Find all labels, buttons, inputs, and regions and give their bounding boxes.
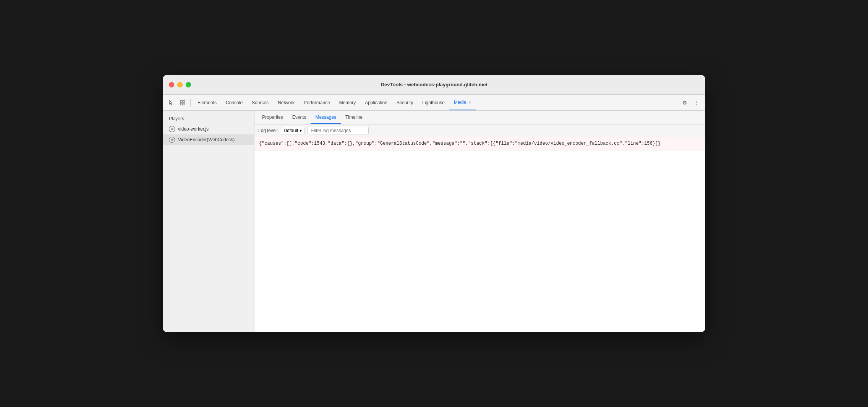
svg-rect-2 bbox=[180, 103, 182, 105]
svg-rect-3 bbox=[183, 103, 185, 105]
tab-application[interactable]: Application bbox=[360, 95, 392, 110]
sidebar: Players video-worker.js VideoEncoder(Web… bbox=[163, 111, 254, 332]
tab-messages[interactable]: Messages bbox=[311, 111, 341, 124]
more-icon[interactable]: ⋮ bbox=[691, 97, 702, 108]
content-area: Properties Events Messages Timeline Log … bbox=[254, 111, 705, 332]
close-tab-icon[interactable]: × bbox=[469, 100, 471, 105]
tab-media[interactable]: Media × bbox=[449, 95, 476, 110]
main-toolbar: Elements Console Sources Network Perform… bbox=[163, 95, 705, 111]
toolbar-tabs: Elements Console Sources Network Perform… bbox=[193, 95, 679, 110]
tab-memory[interactable]: Memory bbox=[335, 95, 360, 110]
log-level-select[interactable]: Default ▾ bbox=[281, 127, 304, 134]
log-entry: {"causes":[],"code":1543,"data":{},"grou… bbox=[254, 137, 705, 150]
chevron-down-icon: ▾ bbox=[300, 128, 302, 133]
sidebar-item-video-worker[interactable]: video-worker.js bbox=[163, 124, 254, 134]
toolbar-divider bbox=[190, 99, 191, 107]
inspect-icon[interactable] bbox=[177, 97, 188, 108]
settings-icon[interactable]: ⚙ bbox=[679, 97, 690, 108]
svg-rect-0 bbox=[180, 100, 182, 102]
maximize-button[interactable] bbox=[186, 82, 191, 87]
svg-rect-1 bbox=[183, 100, 185, 102]
log-toolbar: Log level: Default ▾ bbox=[254, 124, 705, 137]
tab-lighthouse[interactable]: Lighthouse bbox=[418, 95, 449, 110]
tab-events[interactable]: Events bbox=[288, 111, 311, 124]
tab-console[interactable]: Console bbox=[221, 95, 247, 110]
tab-security[interactable]: Security bbox=[392, 95, 418, 110]
main-content: Players video-worker.js VideoEncoder(Web… bbox=[163, 111, 705, 332]
tab-performance[interactable]: Performance bbox=[299, 95, 335, 110]
traffic-lights bbox=[169, 82, 191, 87]
log-entry-text: {"causes":[],"code":1543,"data":{},"grou… bbox=[259, 140, 661, 147]
play-icon bbox=[169, 126, 175, 132]
title-bar: DevTools - webcodecs-playground.glitch.m… bbox=[163, 75, 705, 95]
sidebar-item-video-encoder[interactable]: VideoEncoder(WebCodecs) bbox=[163, 134, 254, 145]
content-tabs: Properties Events Messages Timeline bbox=[254, 111, 705, 124]
devtools-window: DevTools - webcodecs-playground.glitch.m… bbox=[163, 75, 705, 332]
toolbar-right: ⚙ ⋮ bbox=[679, 97, 702, 108]
tab-network[interactable]: Network bbox=[273, 95, 299, 110]
tab-timeline[interactable]: Timeline bbox=[341, 111, 367, 124]
play-icon-2 bbox=[169, 137, 175, 143]
tab-sources[interactable]: Sources bbox=[247, 95, 273, 110]
log-level-label: Log level: bbox=[258, 128, 278, 133]
filter-input[interactable] bbox=[308, 127, 369, 134]
log-messages: {"causes":[],"code":1543,"data":{},"grou… bbox=[254, 137, 705, 332]
tab-elements[interactable]: Elements bbox=[193, 95, 221, 110]
window-title: DevTools - webcodecs-playground.glitch.m… bbox=[381, 82, 487, 87]
cursor-icon[interactable] bbox=[166, 97, 177, 108]
close-button[interactable] bbox=[169, 82, 174, 87]
minimize-button[interactable] bbox=[177, 82, 183, 87]
sidebar-header: Players bbox=[163, 114, 254, 124]
tab-properties[interactable]: Properties bbox=[257, 111, 288, 124]
